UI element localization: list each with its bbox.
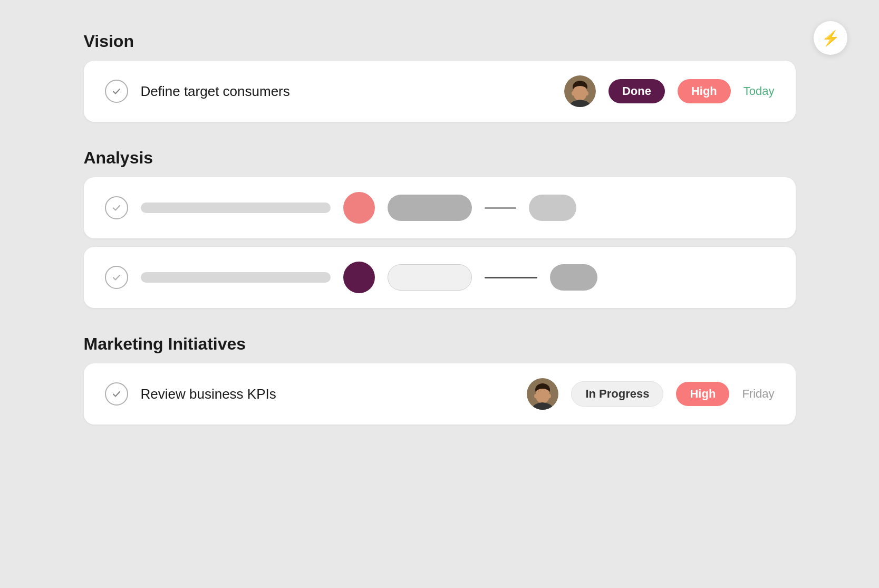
avatar-circle xyxy=(343,192,375,224)
due-date: Friday xyxy=(742,387,774,401)
priority-badge-blur xyxy=(529,195,576,221)
avatar-circle xyxy=(343,262,375,293)
status-badge-blur xyxy=(388,195,472,221)
task-title: Review business KPIs xyxy=(141,386,515,402)
priority-badge[interactable]: High xyxy=(678,79,731,103)
priority-badge[interactable]: High xyxy=(676,382,729,406)
lightning-button[interactable]: ⚡ xyxy=(814,21,847,55)
analysis-section-title: Analysis xyxy=(84,148,796,168)
avatar xyxy=(564,75,596,107)
lightning-icon: ⚡ xyxy=(822,30,840,47)
priority-badge-blur xyxy=(550,264,597,291)
task-check-icon[interactable] xyxy=(105,80,128,103)
task-check-icon[interactable] xyxy=(105,382,128,406)
vision-section: Vision Define target consumers xyxy=(84,32,796,122)
due-date-blur xyxy=(485,277,537,278)
svg-point-9 xyxy=(536,389,549,397)
due-date-blur xyxy=(485,207,516,209)
status-badge[interactable]: Done xyxy=(608,79,665,103)
marketing-section: Marketing Initiatives Review business KP… xyxy=(84,334,796,425)
main-content: ⚡ Vision Define target consumers xyxy=(84,32,796,451)
svg-point-11 xyxy=(548,394,551,398)
svg-point-3 xyxy=(573,86,587,94)
vision-section-title: Vision xyxy=(84,32,796,51)
status-badge-blur xyxy=(388,264,472,291)
due-date: Today xyxy=(743,84,775,98)
avatar xyxy=(527,378,558,410)
task-title: Define target consumers xyxy=(141,83,552,100)
task-title-blur xyxy=(141,203,331,213)
task-check-icon[interactable] xyxy=(105,266,128,289)
marketing-section-title: Marketing Initiatives xyxy=(84,334,796,354)
task-row-marketing[interactable]: Review business KPIs In Progress High Fr… xyxy=(84,363,796,425)
svg-point-5 xyxy=(585,91,588,95)
task-check-icon[interactable] xyxy=(105,196,128,219)
svg-point-4 xyxy=(572,91,575,95)
status-badge[interactable]: In Progress xyxy=(571,381,663,407)
task-row-blurred-2[interactable] xyxy=(84,247,796,308)
task-row[interactable]: Define target consumers Done xyxy=(84,61,796,122)
analysis-section: Analysis xyxy=(84,148,796,308)
svg-point-10 xyxy=(534,394,537,398)
task-title-blur xyxy=(141,272,331,283)
task-row-blurred-1[interactable] xyxy=(84,177,796,238)
